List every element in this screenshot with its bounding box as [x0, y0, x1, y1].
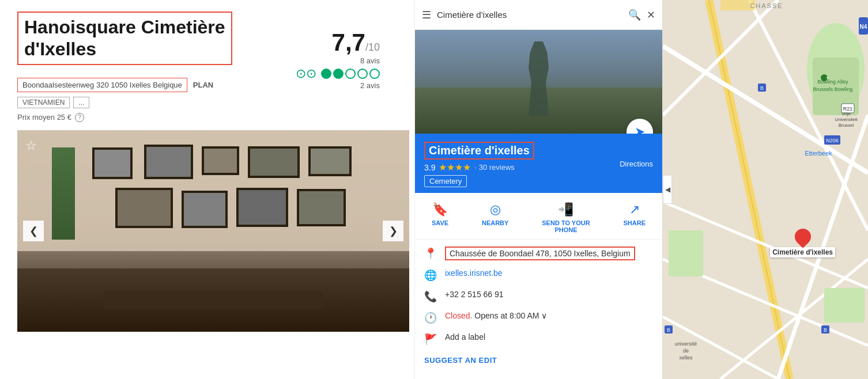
svg-rect-4: [824, 288, 865, 323]
favorite-icon[interactable]: ☆: [25, 138, 37, 153]
directions-fab-icon: ➤: [635, 124, 645, 134]
add-label[interactable]: Add a label: [445, 332, 485, 342]
ta-circle-1: [321, 69, 331, 79]
svg-text:xelles: xelles: [679, 355, 693, 361]
tag-vietnamien[interactable]: VIETNAMIEN: [17, 97, 70, 108]
svg-text:+: +: [826, 75, 829, 81]
map-pin[interactable]: Cimetière d'ixelles: [770, 229, 835, 257]
actions-bar: 🔖 SAVE ◎ NEARBY 📲 SEND TO YOURPHONE ↗ SH…: [415, 193, 662, 240]
svg-text:N4: N4: [860, 24, 867, 30]
close-icon[interactable]: ✕: [647, 9, 655, 21]
prev-photo-button[interactable]: ❮: [23, 221, 44, 241]
plan-link[interactable]: PLAN: [193, 81, 213, 89]
address-text: Boondaalsesteenweg 320 1050 Ixelles Belg…: [22, 81, 182, 89]
svg-rect-3: [669, 230, 703, 276]
svg-text:B: B: [667, 327, 670, 333]
place-title-box: Hanoisquare Cimetière d'Ixelles: [17, 12, 232, 65]
ta-circle-5: [369, 69, 380, 79]
save-label: SAVE: [432, 219, 448, 226]
save-action[interactable]: 🔖 SAVE: [432, 202, 448, 233]
address-detail: Chaussée de Boondael 478, 1050 Ixelles, …: [445, 247, 635, 260]
left-header: Hanoisquare Cimetière d'Ixelles 7,7/10 8…: [17, 12, 397, 70]
ta-circle-2: [333, 69, 344, 79]
left-panel: Hanoisquare Cimetière d'Ixelles 7,7/10 8…: [0, 0, 415, 379]
svg-text:Vrije: Vrije: [841, 111, 851, 116]
nearby-label: NEARBY: [482, 219, 508, 226]
directions-label[interactable]: Directions: [620, 159, 653, 168]
nearby-action[interactable]: ◎ NEARBY: [482, 202, 508, 233]
collapse-icon: ◀: [665, 185, 670, 194]
svg-text:Brussels Bowling: Brussels Bowling: [813, 86, 853, 92]
send-phone-icon: 📲: [558, 202, 573, 217]
category-tag[interactable]: Cemetery: [424, 175, 467, 187]
tripadvisor-icon: ⊙⊙: [296, 66, 316, 81]
send-phone-label: SEND TO YOURPHONE: [542, 219, 590, 233]
tripadvisor-row: ⊙⊙: [296, 66, 380, 81]
address-detail-row: 📍 Chaussée de Boondael 478, 1050 Ixelles…: [424, 247, 653, 260]
avis-count: 8 avis: [296, 56, 380, 65]
phone-number: +32 2 515 66 91: [445, 290, 504, 299]
ta-circle-3: [345, 69, 356, 79]
place-photo: ➤: [415, 30, 662, 134]
phone-detail-row: 📞 +32 2 515 66 91: [424, 290, 653, 303]
prix-label: Prix moyen 25 €: [17, 113, 71, 122]
photo-container: ☆ ❮ ❯: [17, 130, 409, 332]
clock-icon: 🕐: [424, 312, 437, 324]
ta-circle-4: [357, 69, 368, 79]
tags-row: VIETNAMIEN ...: [17, 97, 397, 108]
place-details: 📍 Chaussée de Boondael 478, 1050 Ixelles…: [415, 240, 662, 372]
phone-icon: 📞: [424, 290, 437, 303]
svg-text:Etterbeek: Etterbeek: [805, 150, 832, 157]
label-detail-row: 🚩 Add a label: [424, 332, 653, 346]
place-title: Hanoisquare Cimetière d'Ixelles: [24, 16, 225, 60]
svg-text:de: de: [683, 348, 689, 354]
share-label: SHARE: [624, 219, 646, 226]
send-to-phone-action[interactable]: 📲 SEND TO YOURPHONE: [542, 202, 590, 233]
rating-score: 7,7: [332, 29, 365, 56]
place-name: Cimetière d'ixelles: [424, 142, 534, 160]
open-time: Opens at 8:00 AM ∨: [474, 311, 547, 320]
svg-text:CHASSE: CHASSE: [750, 2, 783, 9]
hours-detail-row: 🕐 Closed. Opens at 8:00 AM ∨: [424, 311, 653, 324]
share-action[interactable]: ↗ SHARE: [624, 202, 646, 233]
share-icon: ↗: [629, 202, 640, 217]
rating-row: 3.9 ★★★★ · 30 reviews: [424, 162, 607, 173]
suggest-edit-button[interactable]: SUGGEST AN EDIT: [424, 356, 653, 365]
google-maps-panel: ☰ 🔍 ✕ ➤ Cimetière d'ixelles 3.9 ★★★★ · 3…: [415, 0, 663, 379]
nearby-icon: ◎: [490, 202, 501, 217]
search-icon[interactable]: 🔍: [628, 9, 641, 21]
next-photo-button[interactable]: ❯: [383, 221, 403, 241]
stars-icon: ★★★★: [439, 162, 471, 173]
map-pin-label: Cimetière d'ixelles: [770, 247, 835, 257]
reviews-count: · 30 reviews: [474, 163, 514, 172]
search-input[interactable]: [437, 10, 622, 20]
website-detail-row: 🌐 ixelles.irisnet.be: [424, 268, 653, 282]
rating-max: /10: [365, 41, 380, 53]
flag-icon: 🚩: [424, 333, 437, 346]
rating-number: 3.9: [424, 163, 435, 172]
svg-text:B: B: [760, 85, 764, 91]
svg-text:B: B: [824, 327, 827, 333]
ta-circles: [321, 69, 380, 79]
closed-label: Closed.: [445, 311, 472, 320]
info-icon[interactable]: ?: [75, 113, 84, 122]
svg-text:Universiteit: Universiteit: [835, 117, 858, 122]
hamburger-icon[interactable]: ☰: [422, 9, 431, 21]
rating-block: 7,7/10 8 avis ⊙⊙ 2 avis: [296, 29, 380, 90]
hours-text: Closed. Opens at 8:00 AM ∨: [445, 311, 547, 320]
svg-text:Brussel: Brussel: [839, 123, 854, 128]
collapse-button[interactable]: ◀: [663, 175, 672, 204]
website-link[interactable]: ixelles.irisnet.be: [445, 268, 503, 278]
ta-avis: 2 avis: [296, 81, 380, 90]
tag-more[interactable]: ...: [73, 97, 89, 108]
svg-text:université: université: [675, 341, 697, 347]
place-header: Cimetière d'ixelles 3.9 ★★★★ · 30 review…: [415, 134, 662, 193]
location-icon: 📍: [424, 247, 437, 260]
map-panel: N4 R21 N206 Etterbeek Bowling Alley Brus…: [663, 0, 868, 379]
globe-icon: 🌐: [424, 269, 437, 282]
address-box: Boondaalsesteenweg 320 1050 Ixelles Belg…: [17, 78, 187, 92]
svg-text:N206: N206: [826, 138, 839, 143]
map-svg: N4 R21 N206 Etterbeek Bowling Alley Brus…: [663, 0, 868, 379]
search-bar: ☰ 🔍 ✕: [415, 0, 662, 30]
prix-row: Prix moyen 25 € ?: [17, 113, 397, 122]
